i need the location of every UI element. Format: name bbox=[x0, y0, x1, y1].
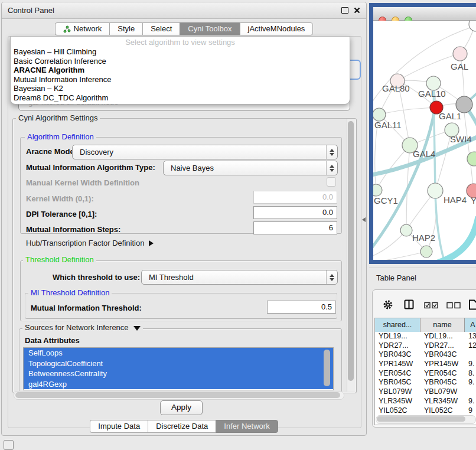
collapse-arrow-icon bbox=[133, 326, 141, 331]
mi-type-combo[interactable]: Naive Bayes bbox=[163, 161, 338, 175]
tab-discretize-data[interactable]: Discretize Data bbox=[148, 420, 216, 433]
column-header-shared-name[interactable]: shared... bbox=[375, 318, 420, 332]
table-row[interactable]: YER054CYER054C8. bbox=[375, 369, 476, 379]
network-icon bbox=[63, 25, 71, 33]
cyni-bottom-tabs: Impute Data Discretize Data Infer Networ… bbox=[2, 420, 366, 433]
kernel-width-label: Kernel Width (0,1): bbox=[26, 194, 94, 203]
panel-dock-icon[interactable] bbox=[4, 440, 14, 450]
mi-threshold-group-title: MI Threshold Definition bbox=[28, 289, 112, 297]
settings-hscrollbar-thumb[interactable] bbox=[15, 392, 340, 398]
hub-definition-toggle[interactable]: Hub/Transcription Factor Definition bbox=[26, 239, 154, 247]
dropdown-item[interactable]: Bayesian – K2 bbox=[11, 84, 350, 93]
node-table: shared... name A YDL19...YDL19...13 YDR2… bbox=[374, 318, 476, 425]
attribute-item-selected[interactable]: SelfLoops bbox=[24, 348, 333, 358]
table-rows: YDL19...YDL19...13 YDR27...YDR27...12 YB… bbox=[375, 332, 476, 415]
table-row[interactable]: YDL19...YDL19...13 bbox=[375, 332, 476, 341]
splitpane-cursor-icon bbox=[362, 217, 366, 222]
table-row[interactable]: YPR145WYPR145W9. bbox=[375, 360, 476, 369]
gear-icon[interactable] bbox=[383, 299, 393, 310]
mi-threshold-field[interactable]: 0.5 bbox=[267, 301, 336, 314]
node-green-right[interactable] bbox=[467, 152, 476, 166]
network-window-titlebar[interactable] bbox=[373, 7, 476, 21]
node-label: GCY1 bbox=[374, 195, 398, 206]
control-panel-titlebar: Control Panel bbox=[2, 2, 366, 19]
which-threshold-value: MI Threshold bbox=[142, 273, 326, 282]
table-row[interactable]: YDR27...YDR27...12 bbox=[375, 341, 476, 351]
screen: { "colors": { "window_border_blue": "#3a… bbox=[0, 0, 476, 450]
table-row[interactable]: YLR345WYLR345W9. bbox=[375, 397, 476, 406]
table-row[interactable]: YBR043CYBR043C bbox=[375, 350, 476, 360]
node-label: Y bbox=[471, 195, 476, 206]
data-attributes-label: Data Attributes bbox=[25, 336, 80, 345]
tab-infer-network[interactable]: Infer Network bbox=[216, 420, 278, 433]
aracne-mode-label: Aracne Mode: bbox=[26, 147, 77, 156]
dropdown-item[interactable]: Basic Correlation Inference bbox=[11, 57, 350, 66]
node-gcy1[interactable] bbox=[373, 184, 382, 196]
tab-impute-data[interactable]: Impute Data bbox=[90, 420, 148, 433]
node-gal11[interactable] bbox=[373, 108, 386, 121]
node-green-bottom[interactable] bbox=[420, 246, 432, 257]
mi-steps-label: Mutual Information Steps: bbox=[26, 225, 120, 234]
attribute-item-selected[interactable]: BetweennessCentrality bbox=[24, 369, 333, 379]
tab-network[interactable]: Network bbox=[55, 22, 110, 35]
table-panel-title: Table Panel bbox=[376, 273, 416, 282]
panel-divider bbox=[369, 268, 476, 268]
kernel-width-field[interactable]: 0.0 bbox=[253, 191, 337, 204]
table-header: shared... name A bbox=[375, 318, 476, 332]
combo-stepper-icon bbox=[326, 161, 337, 175]
table-row[interactable]: YIL052CYIL052C9 bbox=[375, 406, 476, 416]
node-hap2[interactable] bbox=[400, 224, 412, 236]
tab-style[interactable]: Style bbox=[109, 22, 142, 35]
aracne-mode-combo[interactable]: Discovery bbox=[72, 145, 338, 159]
attribute-item-selected[interactable]: TopologicalCoefficient bbox=[24, 358, 333, 369]
node-label: GAL11 bbox=[374, 120, 402, 130]
tab-jactivemnodules[interactable]: jActiveMNodules bbox=[240, 22, 314, 35]
mi-steps-field[interactable]: 6 bbox=[253, 221, 337, 234]
dropdown-item-aracne[interactable]: ARACNE Algorithm bbox=[11, 66, 350, 75]
sources-group-title[interactable]: Sources for Network Inference bbox=[22, 324, 143, 332]
table-row[interactable]: YBR045CYBR045C9. bbox=[375, 378, 476, 387]
node-label: SWI4 bbox=[450, 134, 472, 144]
node-label: HAP2 bbox=[412, 233, 435, 243]
node-hap4[interactable] bbox=[428, 183, 443, 198]
dropdown-item[interactable]: Mutual Information Inference bbox=[11, 75, 350, 84]
node-gal-partial[interactable] bbox=[453, 47, 467, 61]
node-gray[interactable] bbox=[456, 96, 472, 113]
dropdown-placeholder: Select algorithm to view settings bbox=[11, 37, 350, 47]
node-partial-top[interactable] bbox=[469, 21, 476, 31]
tab-select[interactable]: Select bbox=[142, 22, 180, 35]
dropdown-item[interactable]: Dream8 DC_TDC Algorithm bbox=[11, 93, 350, 103]
table-hscrollbar-thumb[interactable] bbox=[377, 416, 465, 422]
which-threshold-combo[interactable]: MI Threshold bbox=[141, 270, 338, 285]
node-label: GAL bbox=[451, 61, 468, 71]
column-header-name[interactable]: name bbox=[420, 318, 465, 332]
mi-type-label: Mutual Information Algorithm Type: bbox=[26, 163, 155, 172]
table-row[interactable]: YBL079WYBL079W bbox=[375, 387, 476, 397]
column-header-partial[interactable]: A bbox=[465, 318, 476, 332]
node-label: GAL10 bbox=[418, 89, 446, 99]
settings-group-title: Cyni Algorithm Settings bbox=[16, 114, 100, 122]
tab-network-label: Network bbox=[74, 22, 102, 35]
threshold-definition-title: Threshold Definition bbox=[23, 256, 96, 264]
select-all-icon[interactable] bbox=[424, 302, 439, 309]
node-label: GAL1 bbox=[439, 111, 461, 121]
dpi-tolerance-label: DPI Tolerance [0,1]: bbox=[26, 210, 97, 219]
dpi-tolerance-field[interactable]: 0.0 bbox=[253, 206, 337, 219]
mi-threshold-label: Mutual Information Threshold: bbox=[31, 304, 142, 312]
deselect-all-icon[interactable] bbox=[446, 302, 462, 309]
node-label: GAL80 bbox=[382, 83, 410, 93]
attribute-item-selected[interactable]: gal4RGexp bbox=[24, 379, 333, 390]
data-attributes-list: SelfLoops TopologicalCoefficient Between… bbox=[23, 347, 334, 390]
manual-kernel-checkbox[interactable] bbox=[327, 177, 336, 187]
apply-button[interactable]: Apply bbox=[160, 400, 203, 415]
dropdown-item[interactable]: Bayesian – Hill Climbing bbox=[11, 47, 350, 57]
control-panel: Control Panel Network Style Select Cyni … bbox=[1, 2, 367, 436]
close-icon[interactable] bbox=[354, 7, 360, 14]
tab-cyni-toolbox[interactable]: Cyni Toolbox bbox=[180, 22, 239, 35]
columns-icon[interactable] bbox=[404, 299, 415, 310]
file-icon[interactable] bbox=[468, 299, 476, 310]
which-threshold-label: Which threshold to use: bbox=[53, 273, 140, 282]
float-window-icon[interactable] bbox=[341, 7, 348, 14]
settings-scrollbar-thumb[interactable] bbox=[348, 121, 354, 381]
attributes-list-scrollbar[interactable] bbox=[324, 350, 330, 386]
